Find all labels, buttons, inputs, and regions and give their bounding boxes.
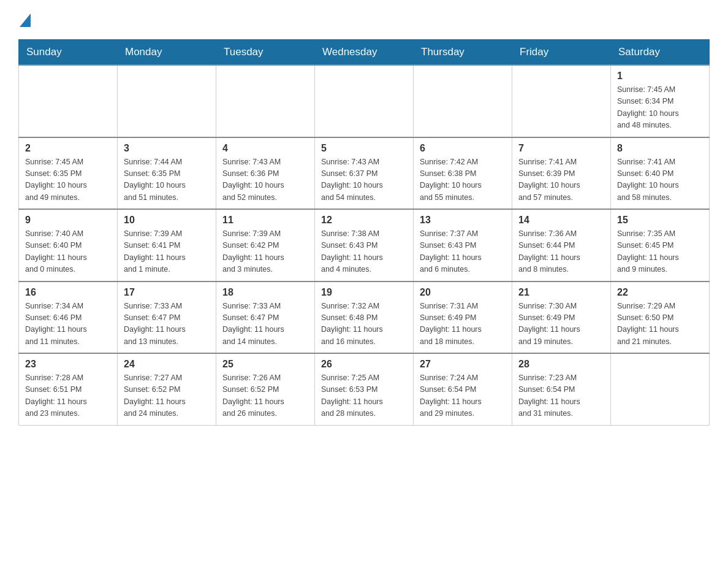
day-info: Sunrise: 7:29 AM Sunset: 6:50 PM Dayligh… [617, 301, 703, 348]
calendar-cell: 10Sunrise: 7:39 AM Sunset: 6:41 PM Dayli… [118, 209, 216, 282]
day-info: Sunrise: 7:27 AM Sunset: 6:52 PM Dayligh… [124, 372, 210, 420]
day-number: 27 [420, 359, 506, 370]
column-header-sunday: Sunday [19, 40, 118, 66]
day-info: Sunrise: 7:42 AM Sunset: 6:38 PM Dayligh… [420, 156, 506, 204]
day-number: 15 [617, 215, 703, 226]
calendar-cell: 24Sunrise: 7:27 AM Sunset: 6:52 PM Dayli… [118, 353, 216, 425]
calendar-cell: 15Sunrise: 7:35 AM Sunset: 6:45 PM Dayli… [611, 209, 710, 282]
week-row-4: 16Sunrise: 7:34 AM Sunset: 6:46 PM Dayli… [19, 282, 710, 354]
day-info: Sunrise: 7:44 AM Sunset: 6:35 PM Dayligh… [124, 156, 210, 204]
calendar-cell: 1Sunrise: 7:45 AM Sunset: 6:34 PM Daylig… [611, 65, 710, 137]
day-number: 24 [124, 359, 210, 370]
day-number: 16 [25, 287, 111, 298]
calendar-cell: 7Sunrise: 7:41 AM Sunset: 6:39 PM Daylig… [512, 137, 611, 210]
calendar-cell [315, 65, 414, 137]
calendar-cell: 6Sunrise: 7:42 AM Sunset: 6:38 PM Daylig… [414, 137, 512, 210]
day-number: 9 [25, 215, 111, 226]
calendar-cell: 23Sunrise: 7:28 AM Sunset: 6:51 PM Dayli… [19, 353, 118, 425]
column-header-monday: Monday [118, 40, 216, 66]
calendar-cell [216, 65, 315, 137]
day-number: 11 [222, 215, 308, 226]
day-info: Sunrise: 7:37 AM Sunset: 6:43 PM Dayligh… [420, 228, 506, 276]
day-number: 28 [518, 359, 604, 370]
svg-marker-0 [20, 13, 31, 27]
week-row-1: 1Sunrise: 7:45 AM Sunset: 6:34 PM Daylig… [19, 65, 710, 137]
day-number: 20 [420, 287, 506, 298]
calendar-cell: 9Sunrise: 7:40 AM Sunset: 6:40 PM Daylig… [19, 209, 118, 282]
week-row-2: 2Sunrise: 7:45 AM Sunset: 6:35 PM Daylig… [19, 137, 710, 210]
page-header [18, 12, 710, 27]
logo-triangle-icon [20, 13, 31, 27]
day-number: 21 [518, 287, 604, 298]
day-number: 12 [321, 215, 407, 226]
day-info: Sunrise: 7:45 AM Sunset: 6:34 PM Dayligh… [617, 84, 703, 132]
day-number: 10 [124, 215, 210, 226]
calendar-cell: 4Sunrise: 7:43 AM Sunset: 6:36 PM Daylig… [216, 137, 315, 210]
calendar-cell: 5Sunrise: 7:43 AM Sunset: 6:37 PM Daylig… [315, 137, 414, 210]
column-header-tuesday: Tuesday [216, 40, 315, 66]
calendar-cell: 20Sunrise: 7:31 AM Sunset: 6:49 PM Dayli… [414, 282, 512, 354]
calendar-cell: 26Sunrise: 7:25 AM Sunset: 6:53 PM Dayli… [315, 353, 414, 425]
day-number: 17 [124, 287, 210, 298]
day-info: Sunrise: 7:41 AM Sunset: 6:39 PM Dayligh… [518, 156, 604, 204]
day-number: 4 [222, 143, 308, 154]
day-number: 19 [321, 287, 407, 298]
calendar-cell: 27Sunrise: 7:24 AM Sunset: 6:54 PM Dayli… [414, 353, 512, 425]
day-number: 7 [518, 143, 604, 154]
calendar-cell [118, 65, 216, 137]
day-info: Sunrise: 7:43 AM Sunset: 6:37 PM Dayligh… [321, 156, 407, 204]
day-info: Sunrise: 7:28 AM Sunset: 6:51 PM Dayligh… [25, 372, 111, 420]
day-info: Sunrise: 7:39 AM Sunset: 6:42 PM Dayligh… [222, 228, 308, 276]
day-info: Sunrise: 7:45 AM Sunset: 6:35 PM Dayligh… [25, 156, 111, 204]
calendar-cell: 3Sunrise: 7:44 AM Sunset: 6:35 PM Daylig… [118, 137, 216, 210]
calendar-cell: 14Sunrise: 7:36 AM Sunset: 6:44 PM Dayli… [512, 209, 611, 282]
day-number: 26 [321, 359, 407, 370]
day-info: Sunrise: 7:33 AM Sunset: 6:47 PM Dayligh… [124, 301, 210, 348]
day-number: 18 [222, 287, 308, 298]
column-header-thursday: Thursday [414, 40, 512, 66]
column-header-friday: Friday [512, 40, 611, 66]
week-row-5: 23Sunrise: 7:28 AM Sunset: 6:51 PM Dayli… [19, 353, 710, 425]
day-info: Sunrise: 7:36 AM Sunset: 6:44 PM Dayligh… [518, 228, 604, 276]
calendar-header-row: SundayMondayTuesdayWednesdayThursdayFrid… [19, 40, 710, 66]
day-number: 5 [321, 143, 407, 154]
day-info: Sunrise: 7:32 AM Sunset: 6:48 PM Dayligh… [321, 301, 407, 348]
day-info: Sunrise: 7:25 AM Sunset: 6:53 PM Dayligh… [321, 372, 407, 420]
calendar-cell: 19Sunrise: 7:32 AM Sunset: 6:48 PM Dayli… [315, 282, 414, 354]
calendar-cell: 25Sunrise: 7:26 AM Sunset: 6:52 PM Dayli… [216, 353, 315, 425]
calendar-cell: 21Sunrise: 7:30 AM Sunset: 6:49 PM Dayli… [512, 282, 611, 354]
calendar-cell: 17Sunrise: 7:33 AM Sunset: 6:47 PM Dayli… [118, 282, 216, 354]
calendar-cell: 2Sunrise: 7:45 AM Sunset: 6:35 PM Daylig… [19, 137, 118, 210]
calendar-cell: 8Sunrise: 7:41 AM Sunset: 6:40 PM Daylig… [611, 137, 710, 210]
day-info: Sunrise: 7:26 AM Sunset: 6:52 PM Dayligh… [222, 372, 308, 420]
calendar-cell: 12Sunrise: 7:38 AM Sunset: 6:43 PM Dayli… [315, 209, 414, 282]
day-info: Sunrise: 7:23 AM Sunset: 6:54 PM Dayligh… [518, 372, 604, 420]
day-info: Sunrise: 7:39 AM Sunset: 6:41 PM Dayligh… [124, 228, 210, 276]
day-info: Sunrise: 7:43 AM Sunset: 6:36 PM Dayligh… [222, 156, 308, 204]
day-info: Sunrise: 7:24 AM Sunset: 6:54 PM Dayligh… [420, 372, 506, 420]
day-info: Sunrise: 7:34 AM Sunset: 6:46 PM Dayligh… [25, 301, 111, 348]
day-number: 23 [25, 359, 111, 370]
day-info: Sunrise: 7:31 AM Sunset: 6:49 PM Dayligh… [420, 301, 506, 348]
day-number: 3 [124, 143, 210, 154]
day-number: 22 [617, 287, 703, 298]
calendar-cell: 13Sunrise: 7:37 AM Sunset: 6:43 PM Dayli… [414, 209, 512, 282]
day-number: 8 [617, 143, 703, 154]
day-info: Sunrise: 7:38 AM Sunset: 6:43 PM Dayligh… [321, 228, 407, 276]
calendar-cell [512, 65, 611, 137]
day-info: Sunrise: 7:41 AM Sunset: 6:40 PM Dayligh… [617, 156, 703, 204]
week-row-3: 9Sunrise: 7:40 AM Sunset: 6:40 PM Daylig… [19, 209, 710, 282]
column-header-wednesday: Wednesday [315, 40, 414, 66]
day-info: Sunrise: 7:33 AM Sunset: 6:47 PM Dayligh… [222, 301, 308, 348]
calendar-cell [414, 65, 512, 137]
calendar-cell: 16Sunrise: 7:34 AM Sunset: 6:46 PM Dayli… [19, 282, 118, 354]
calendar-cell [611, 353, 710, 425]
calendar-cell: 18Sunrise: 7:33 AM Sunset: 6:47 PM Dayli… [216, 282, 315, 354]
calendar-table: SundayMondayTuesdayWednesdayThursdayFrid… [18, 39, 710, 426]
calendar-cell: 28Sunrise: 7:23 AM Sunset: 6:54 PM Dayli… [512, 353, 611, 425]
day-number: 1 [617, 71, 703, 82]
day-number: 2 [25, 143, 111, 154]
calendar-cell [19, 65, 118, 137]
day-number: 13 [420, 215, 506, 226]
day-info: Sunrise: 7:30 AM Sunset: 6:49 PM Dayligh… [518, 301, 604, 348]
